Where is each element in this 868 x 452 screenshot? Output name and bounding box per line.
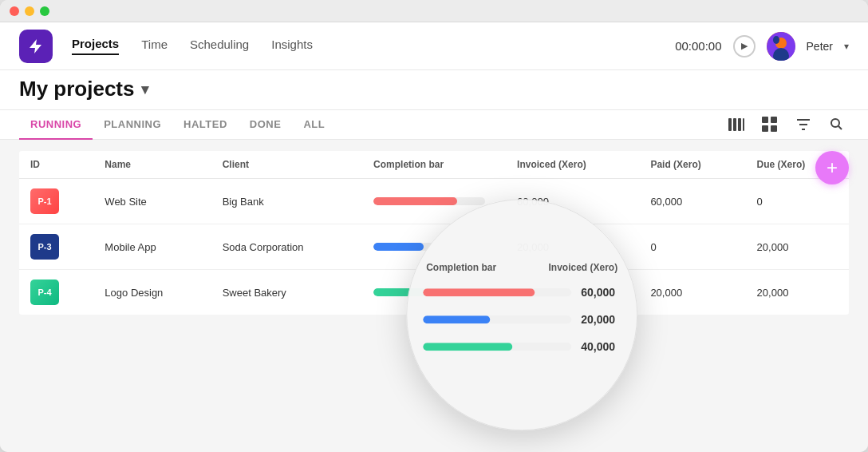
svg-rect-8 [762,117,768,123]
svg-rect-10 [762,125,768,132]
maximize-button[interactable] [40,6,49,16]
tab-done[interactable]: DONE [239,110,293,140]
tab-planning[interactable]: PLANNING [93,110,172,140]
header: Projects Time Scheduling Insights 00:00:… [0,22,868,70]
avatar[interactable] [767,32,795,61]
invoiced-value: 40,000 [506,270,639,315]
project-badge-cell: P-3 [19,224,93,270]
mag-bar-container [423,343,571,351]
completion-bar-cell [362,224,506,270]
tab-all[interactable]: ALL [292,110,336,140]
add-project-button[interactable]: + [815,151,849,184]
app-logo [19,30,53,63]
app-window: Projects Time Scheduling Insights 00:00:… [0,0,868,452]
due-value: 20,000 [746,270,849,315]
project-name: Mobile App [93,224,211,270]
completion-bar-cell [362,270,506,315]
sub-header: My projects ▾ [0,70,868,110]
minimize-button[interactable] [25,6,34,16]
svg-rect-5 [733,118,736,131]
svg-rect-9 [771,117,777,123]
bar-fill [373,243,424,251]
grid-view-icon[interactable] [758,113,782,137]
project-badge-cell: P-1 [19,179,93,224]
project-badge[interactable]: P-4 [30,280,59,305]
project-client: Big Bank [211,179,362,224]
nav-time[interactable]: Time [141,38,168,54]
svg-rect-4 [728,118,732,131]
table-row: P-4 Logo Design Sweet Bakery 40,000 20,0… [19,270,849,315]
magnifier-handle [618,425,637,430]
close-button[interactable] [10,6,19,16]
completion-bar [373,243,485,251]
nav-insights[interactable]: Insights [271,38,313,54]
completion-bar [373,197,485,205]
filter-icon[interactable] [791,113,815,137]
tabs-row: RUNNING PLANNING HALTED DONE ALL [0,110,868,140]
search-icon[interactable] [825,113,849,137]
content-area: + ID Name Client Completion bar Invoiced… [0,140,868,452]
magnified-row-3: 40,000 [423,340,621,353]
svg-rect-6 [738,118,741,131]
project-name: Logo Design [93,270,211,315]
nav-projects[interactable]: Projects [72,37,119,55]
header-right: 00:00:00 ▶ Peter ▾ [675,32,849,61]
timer-display: 00:00:00 [675,39,721,53]
timer-play-button[interactable]: ▶ [733,35,756,57]
project-badge[interactable]: P-1 [30,188,59,214]
table-row: P-3 Mobile App Soda Corporation 20,000 0… [19,224,849,270]
user-name: Peter [807,40,833,53]
col-completion: Completion bar [362,151,506,179]
paid-value: 0 [639,224,745,270]
magnified-row-2: 20,000 [423,313,621,326]
mag-value-3: 40,000 [581,340,621,353]
col-paid: Paid (Xero) [639,151,745,179]
project-badge-cell: P-4 [19,270,93,315]
column-view-icon[interactable] [724,113,748,137]
project-badge[interactable]: P-3 [30,234,59,260]
completion-bar [373,288,485,296]
main-nav: Projects Time Scheduling Insights [72,37,313,55]
user-menu-chevron[interactable]: ▾ [844,41,849,52]
col-client: Client [211,151,362,179]
paid-value: 20,000 [639,270,745,315]
svg-point-12 [831,119,839,127]
bar-fill [373,197,457,205]
page-title-caret[interactable]: ▾ [141,81,148,98]
mag-bar-green [423,343,512,351]
invoiced-value: 60,000 [506,179,639,224]
project-name: Web Site [93,179,211,224]
svg-rect-11 [771,125,777,132]
col-name: Name [93,151,211,179]
col-id: ID [19,151,93,179]
due-value: 0 [746,179,849,224]
project-client: Sweet Bakery [211,270,362,315]
projects-table: ID Name Client Completion bar Invoiced (… [19,151,849,315]
mag-value-2: 20,000 [581,313,621,326]
paid-value: 60,000 [639,179,745,224]
svg-point-2 [773,36,779,44]
mag-bar-blue [423,315,490,323]
nav-scheduling[interactable]: Scheduling [190,38,249,54]
svg-rect-7 [743,118,744,131]
bar-fill [373,288,440,296]
table-row: P-1 Web Site Big Bank 60,000 60,000 0 [19,179,849,224]
tab-halted[interactable]: HALTED [172,110,239,140]
invoiced-value: 20,000 [506,224,639,270]
tab-running[interactable]: RUNNING [19,110,93,140]
mag-bar-container [423,315,571,323]
col-invoiced: Invoiced (Xero) [506,151,639,179]
tab-icons [724,113,849,137]
project-client: Soda Corporation [211,224,362,270]
completion-bar-cell [362,179,506,224]
titlebar [0,0,868,22]
page-title: My projects ▾ [19,77,148,109]
due-value: 20,000 [746,224,849,270]
